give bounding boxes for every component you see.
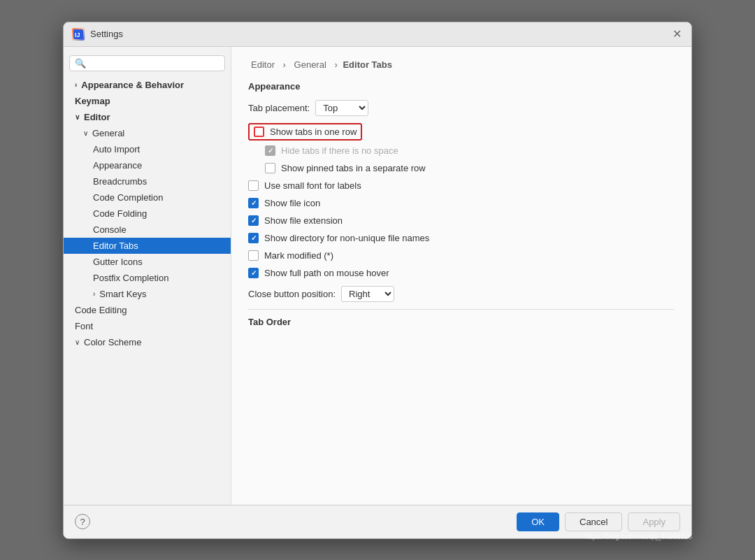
sidebar-item-label: Font: [75, 321, 93, 331]
show-full-path-label: Show full path on mouse hover: [264, 268, 389, 278]
show-full-path-row: Show full path on mouse hover: [248, 264, 675, 282]
help-icon: ?: [80, 517, 85, 527]
search-icon: 🔍: [75, 58, 86, 69]
breadcrumb-part3: Editor Tabs: [343, 59, 392, 70]
show-pinned-separate-checkbox[interactable]: [265, 163, 275, 173]
sidebar-item-label: Auto Import: [93, 144, 140, 155]
title-bar: IJ Settings ✕: [64, 22, 691, 47]
tab-placement-label: Tab placement:: [248, 103, 310, 113]
show-file-icon-checkbox[interactable]: [248, 198, 259, 208]
sidebar-item-label: Gutter Icons: [93, 257, 143, 267]
close-button-dropdown[interactable]: Right Left Hidden: [341, 286, 394, 302]
sidebar-item-label: Appearance & Behavior: [81, 80, 184, 90]
sidebar-item-postfix-completion[interactable]: Postfix Completion: [64, 270, 231, 286]
caret-icon: ∨: [75, 113, 80, 121]
show-directory-label: Show directory for non-unique file names: [264, 233, 429, 243]
hide-tabs-no-space-row: Hide tabs if there is no space: [265, 142, 675, 159]
sidebar-item-color-scheme[interactable]: ∨ Color Scheme: [64, 334, 231, 350]
breadcrumb-part2: General: [294, 59, 326, 70]
sidebar-item-font[interactable]: Font: [64, 318, 231, 334]
show-file-extension-row: Show file extension: [248, 212, 675, 229]
close-button-label: Close button position:: [248, 289, 336, 299]
sidebar-item-label: Color Scheme: [84, 337, 141, 347]
caret-icon: ›: [93, 290, 95, 298]
close-button-position-row: Close button position: Right Left Hidden: [248, 286, 675, 302]
tab-placement-row: Tab placement: Top Bottom Left Right Non…: [248, 100, 675, 116]
sidebar-item-gutter-icons[interactable]: Gutter Icons: [64, 254, 231, 270]
sidebar-item-label: Keymap: [75, 96, 110, 106]
show-directory-row: Show directory for non-unique file names: [248, 229, 675, 247]
sidebar-item-label: Smart Keys: [99, 289, 146, 299]
divider: [248, 309, 675, 310]
sidebar-item-breadcrumbs[interactable]: Breadcrumbs: [64, 173, 231, 189]
appearance-section-title: Appearance: [248, 81, 675, 92]
show-tabs-one-row-row: Show tabs in one row: [248, 123, 362, 141]
breadcrumb-part1: Editor: [251, 59, 275, 70]
show-file-extension-label: Show file extension: [264, 215, 343, 226]
apply-button[interactable]: Apply: [628, 512, 680, 531]
ok-button[interactable]: OK: [517, 512, 559, 531]
show-pinned-separate-label: Show pinned tabs in a separate row: [281, 163, 426, 173]
dialog-body: 🔍 › Appearance & Behavior Keymap ∨ Edito…: [64, 47, 691, 505]
use-small-font-label: Use small font for labels: [264, 180, 361, 191]
sidebar-item-label: Postfix Completion: [93, 273, 168, 283]
dialog-title: Settings: [90, 29, 123, 39]
show-file-icon-label: Show file icon: [264, 198, 320, 208]
search-input[interactable]: [89, 58, 220, 68]
use-small-font-checkbox[interactable]: [248, 180, 259, 191]
use-small-font-row: Use small font for labels: [248, 177, 675, 194]
sidebar-item-code-editing[interactable]: Code Editing: [64, 302, 231, 318]
sidebar-item-smart-keys[interactable]: › Smart Keys: [64, 286, 231, 302]
close-button[interactable]: ✕: [670, 28, 683, 41]
sidebar-item-code-completion[interactable]: Code Completion: [64, 189, 231, 206]
sidebar-item-label: Editor Tabs: [93, 240, 138, 251]
sidebar-item-label: General: [92, 128, 124, 138]
mark-modified-label: Mark modified (*): [264, 250, 333, 261]
breadcrumb-sep2: ›: [334, 59, 337, 70]
show-pinned-separate-row: Show pinned tabs in a separate row: [265, 159, 675, 177]
sidebar-item-appearance[interactable]: Appearance: [64, 157, 231, 173]
svg-text:IJ: IJ: [75, 31, 80, 38]
settings-dialog: IJ Settings ✕ 🔍 › Appearance & Behavior …: [63, 22, 692, 539]
sidebar-item-editor-tabs[interactable]: Editor Tabs: [64, 238, 231, 254]
show-file-icon-row: Show file icon: [248, 194, 675, 212]
sidebar-item-editor[interactable]: ∨ Editor: [64, 109, 231, 125]
sidebar-item-code-folding[interactable]: Code Folding: [64, 206, 231, 222]
sidebar: 🔍 › Appearance & Behavior Keymap ∨ Edito…: [64, 47, 231, 505]
sidebar-item-label: Console: [93, 224, 127, 235]
show-tabs-one-row-checkbox[interactable]: [254, 127, 264, 137]
breadcrumb-sep1: ›: [283, 59, 286, 70]
sidebar-item-general[interactable]: ∨ General: [64, 125, 231, 141]
sidebar-item-label: Appearance: [93, 160, 142, 171]
app-icon: IJ: [72, 28, 85, 41]
footer: ? OK Cancel Apply: [64, 505, 691, 538]
title-bar-left: IJ Settings: [72, 28, 123, 41]
caret-icon: ›: [75, 81, 77, 89]
mark-modified-row: Mark modified (*): [248, 247, 675, 264]
sidebar-item-label: Editor: [84, 112, 110, 122]
sidebar-item-label: Code Editing: [75, 305, 127, 315]
hide-tabs-no-space-checkbox[interactable]: [265, 145, 275, 156]
main-content: Editor › General › Editor Tabs Appearanc…: [231, 47, 691, 505]
sidebar-item-keymap[interactable]: Keymap: [64, 93, 231, 109]
sidebar-item-label: Breadcrumbs: [93, 176, 147, 187]
sidebar-item-console[interactable]: Console: [64, 222, 231, 238]
show-full-path-checkbox[interactable]: [248, 268, 259, 278]
sidebar-item-appearance-behavior[interactable]: › Appearance & Behavior: [64, 77, 231, 93]
cancel-button[interactable]: Cancel: [565, 512, 622, 531]
sidebar-item-auto-import[interactable]: Auto Import: [64, 141, 231, 157]
tab-placement-dropdown[interactable]: Top Bottom Left Right None: [315, 100, 368, 116]
sidebar-item-label: Code Completion: [93, 192, 163, 203]
search-box[interactable]: 🔍: [69, 55, 225, 71]
caret-icon: ∨: [83, 129, 88, 137]
show-directory-checkbox[interactable]: [248, 233, 259, 243]
help-button[interactable]: ?: [75, 514, 90, 529]
tab-order-section-title: Tab Order: [248, 317, 675, 327]
mark-modified-checkbox[interactable]: [248, 250, 259, 261]
show-file-extension-checkbox[interactable]: [248, 215, 259, 226]
breadcrumb: Editor › General › Editor Tabs: [248, 59, 675, 70]
sidebar-item-label: Code Folding: [93, 208, 147, 219]
caret-icon: ∨: [75, 338, 80, 346]
hide-tabs-no-space-label: Hide tabs if there is no space: [281, 145, 398, 156]
footer-buttons: OK Cancel Apply: [517, 512, 680, 531]
